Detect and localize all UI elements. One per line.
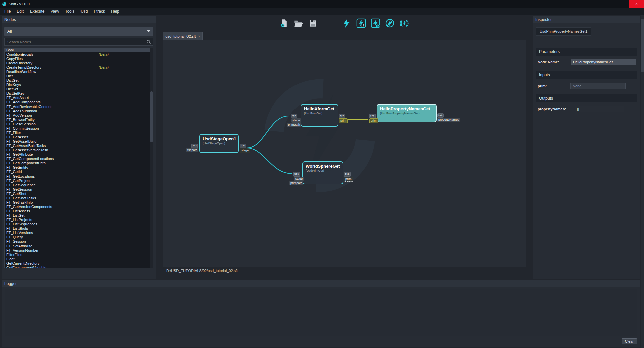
list-item[interactable]: FT_GetComponentLocations [5, 157, 153, 161]
list-item[interactable]: FT_Query [5, 235, 153, 239]
execute-live-icon[interactable] [399, 18, 409, 28]
list-item[interactable]: FT_GetAsset [5, 135, 153, 139]
list-item[interactable]: FT_GetAssetBuild [5, 139, 153, 144]
list-item[interactable]: FT_SetAttribute [5, 244, 153, 248]
list-item[interactable]: ConditionEquals (Beta) [5, 52, 153, 57]
minimize-button[interactable] [599, 0, 614, 8]
list-item[interactable]: FT_ListShots [5, 226, 153, 231]
list-item[interactable]: Bool [5, 48, 153, 52]
input-port-icon[interactable]: >>> [293, 172, 300, 177]
list-item[interactable]: Dict [5, 74, 153, 78]
graph-node-usdstageopen1[interactable]: UsdStageOpen1 (UsdStageOpen) >>> filepat… [199, 134, 239, 153]
list-item[interactable]: FT_ListSequences [5, 222, 153, 226]
list-item[interactable]: FT_AddAsset [5, 96, 153, 100]
list-item[interactable]: FT_ListVersions [5, 231, 153, 235]
window-scrollbar[interactable] [641, 15, 644, 348]
execute-all-icon[interactable] [341, 18, 352, 28]
list-item[interactable]: FT_GetVersionComponents [5, 205, 153, 209]
list-item[interactable]: FT_ListAssets [5, 209, 153, 213]
tab-close-icon[interactable]: × [198, 34, 200, 38]
node-name-field[interactable] [571, 59, 636, 65]
tab-usd-tutorial[interactable]: usd_tutorial_02.sft × [163, 32, 203, 40]
list-item[interactable]: FT_BrowseEntity [5, 118, 153, 122]
list-item[interactable]: FT_CloseSession [5, 122, 153, 126]
graph-node-worldsphereget[interactable]: WorldSphereGet (UsdPrimGet) >>> stage pr… [302, 161, 343, 184]
undock-icon[interactable] [634, 18, 637, 21]
graph-node-helloxformget[interactable]: HelloXformGet (UsdPrimGet) >>> stage pri… [301, 104, 338, 127]
list-item[interactable]: FT_AddReviewableContent [5, 105, 153, 109]
list-item[interactable]: FT_AddThumbnail [5, 109, 153, 113]
list-item[interactable]: FT_GetTaskInfo [5, 200, 153, 205]
menu-edit[interactable]: Edit [14, 9, 27, 14]
list-item[interactable]: FT_AddComponents [5, 100, 153, 105]
list-item[interactable]: FT_VersionNumber [5, 248, 153, 253]
list-item[interactable]: FT_AddVersion [5, 113, 153, 118]
list-item[interactable]: DictKeys [5, 83, 153, 87]
output-port-icon[interactable]: >>> [344, 172, 351, 177]
node-list-scrollbar[interactable] [150, 48, 153, 268]
node-graph-canvas[interactable]: UsdStageOpen1 (UsdStageOpen) >>> filepat… [163, 40, 526, 267]
list-item[interactable]: DictGet [5, 78, 153, 83]
execute-disable-icon[interactable] [385, 18, 395, 28]
list-item[interactable]: FT_GetShot [5, 192, 153, 196]
list-item[interactable]: CreateDirectory [5, 61, 153, 65]
propertynames-field[interactable] [575, 106, 624, 112]
inspector-node-tab[interactable]: UsdPrimPropertyNamesGet1 [536, 27, 591, 36]
list-item[interactable]: DictSetKey [5, 91, 153, 96]
list-item[interactable]: CopyFiles [5, 57, 153, 61]
list-item[interactable]: FT_GetComponentPath [5, 161, 153, 165]
list-item[interactable]: FT_ListProjects [5, 218, 153, 222]
save-file-icon[interactable] [308, 18, 318, 28]
undock-icon[interactable] [150, 18, 153, 21]
list-item[interactable]: FT_GetShotTasks [5, 196, 153, 200]
output-port-icon[interactable]: >>> [240, 144, 246, 148]
list-item[interactable]: CreateTempDirectory (Beta) [5, 65, 153, 70]
execute-selected-icon[interactable] [356, 18, 366, 28]
list-item[interactable]: FT_GetAssetVersionTask [5, 148, 153, 152]
menu-ftrack[interactable]: Ftrack [91, 9, 108, 14]
list-item[interactable]: FT_GetEntity [5, 165, 153, 170]
list-item[interactable]: FilterFiles [5, 253, 153, 257]
list-item[interactable]: GetEnvironmentVariable [5, 266, 153, 268]
list-item[interactable]: FT_ListGet [5, 213, 153, 218]
list-item[interactable]: FT_Session [5, 239, 153, 244]
list-item-label: CopyFiles [6, 57, 23, 61]
list-item[interactable]: FT_GetLocations [5, 174, 153, 179]
list-item[interactable]: FT_GetAssetBuildTasks [5, 144, 153, 148]
graph-node-hellopropertynamesget[interactable]: HelloPropertyNamesGet (UsdPrimPropertyNa… [377, 104, 437, 122]
list-item[interactable]: DeadlineWorkflow [5, 70, 153, 74]
menu-help[interactable]: Help [108, 9, 122, 14]
prim-field[interactable] [570, 83, 626, 89]
input-port-icon[interactable]: >>> [291, 114, 297, 118]
menu-file[interactable]: File [1, 9, 14, 14]
undock-icon[interactable] [634, 282, 637, 285]
output-port-icon[interactable]: >>> [437, 113, 444, 118]
list-item[interactable]: FT_CommitSession [5, 126, 153, 131]
menu-execute[interactable]: Execute [27, 9, 47, 14]
node-filter-dropdown[interactable]: All [4, 27, 153, 36]
menu-usd[interactable]: Usd [77, 9, 91, 14]
close-button[interactable]: × [629, 0, 644, 8]
scrollbar-thumb[interactable] [641, 19, 644, 72]
search-input[interactable] [5, 40, 146, 44]
list-item[interactable]: FT_GetId [5, 170, 153, 174]
output-port-icon[interactable]: >>> [339, 114, 345, 118]
execute-cancel-icon[interactable] [370, 18, 380, 28]
list-item[interactable]: FT_GetAttribute [5, 152, 153, 157]
list-item[interactable]: FT_Filter [5, 131, 153, 135]
list-item[interactable]: DictSet [5, 87, 153, 91]
clear-button[interactable]: Clear [622, 338, 637, 344]
open-file-icon[interactable] [293, 18, 304, 28]
list-item[interactable]: FT_GetProject [5, 179, 153, 183]
scrollbar-thumb[interactable] [150, 91, 153, 142]
list-item[interactable]: FT_GetSequence [5, 183, 153, 187]
input-port-icon[interactable]: >>> [191, 144, 198, 148]
new-file-icon[interactable] [279, 18, 289, 28]
list-item[interactable]: Float [5, 257, 153, 261]
input-port-icon[interactable]: >>> [369, 114, 376, 118]
list-item[interactable]: GetCurrentDirectory [5, 261, 153, 266]
menu-tools[interactable]: Tools [62, 9, 77, 14]
list-item[interactable]: FT_GetSession [5, 187, 153, 192]
menu-view[interactable]: View [47, 9, 62, 14]
maximize-button[interactable] [614, 0, 629, 8]
